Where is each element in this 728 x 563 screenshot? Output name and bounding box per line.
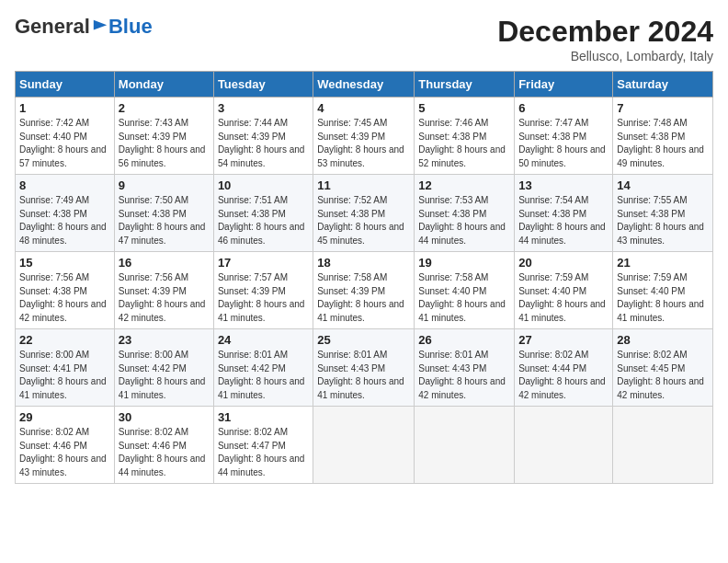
day-info: Sunrise: 7:49 AM Sunset: 4:38 PM Dayligh… bbox=[19, 194, 110, 247]
day-number: 21 bbox=[617, 256, 709, 270]
weekday-header-saturday: Saturday bbox=[613, 72, 713, 98]
location-subtitle: Bellusco, Lombardy, Italy bbox=[497, 49, 713, 63]
calendar-cell: 11 Sunrise: 7:52 AM Sunset: 4:38 PM Dayl… bbox=[313, 175, 415, 252]
day-info: Sunrise: 7:56 AM Sunset: 4:38 PM Dayligh… bbox=[19, 271, 110, 325]
calendar-cell bbox=[415, 407, 515, 484]
day-info: Sunrise: 7:58 AM Sunset: 4:40 PM Dayligh… bbox=[418, 271, 510, 325]
day-info: Sunrise: 7:48 AM Sunset: 4:38 PM Dayligh… bbox=[617, 117, 709, 170]
day-number: 3 bbox=[218, 101, 309, 115]
day-number: 23 bbox=[119, 333, 210, 347]
calendar-cell: 8 Sunrise: 7:49 AM Sunset: 4:38 PM Dayli… bbox=[16, 175, 115, 252]
day-info: Sunrise: 7:57 AM Sunset: 4:39 PM Dayligh… bbox=[218, 271, 309, 325]
calendar-week-row: 8 Sunrise: 7:49 AM Sunset: 4:38 PM Dayli… bbox=[16, 175, 713, 252]
calendar-cell: 28 Sunrise: 8:02 AM Sunset: 4:45 PM Dayl… bbox=[613, 329, 713, 407]
calendar-cell: 29 Sunrise: 8:02 AM Sunset: 4:46 PM Dayl… bbox=[16, 407, 115, 484]
day-info: Sunrise: 8:01 AM Sunset: 4:43 PM Dayligh… bbox=[317, 349, 410, 402]
month-title: December 2024 bbox=[497, 15, 713, 49]
day-number: 26 bbox=[418, 333, 510, 347]
day-number: 28 bbox=[617, 333, 709, 347]
day-info: Sunrise: 8:02 AM Sunset: 4:45 PM Dayligh… bbox=[617, 349, 709, 402]
day-info: Sunrise: 8:02 AM Sunset: 4:47 PM Dayligh… bbox=[218, 426, 309, 479]
calendar-table: SundayMondayTuesdayWednesdayThursdayFrid… bbox=[15, 71, 713, 484]
day-number: 4 bbox=[317, 101, 410, 115]
day-number: 20 bbox=[518, 256, 609, 270]
day-info: Sunrise: 7:47 AM Sunset: 4:38 PM Dayligh… bbox=[518, 117, 609, 170]
day-number: 30 bbox=[119, 410, 210, 424]
calendar-cell bbox=[515, 407, 613, 484]
logo-flag-icon bbox=[92, 18, 108, 35]
logo-blue: Blue bbox=[108, 15, 153, 39]
calendar-cell: 26 Sunrise: 8:01 AM Sunset: 4:43 PM Dayl… bbox=[415, 329, 515, 407]
calendar-cell: 4 Sunrise: 7:45 AM Sunset: 4:39 PM Dayli… bbox=[313, 98, 415, 175]
day-info: Sunrise: 7:53 AM Sunset: 4:38 PM Dayligh… bbox=[418, 194, 510, 247]
weekday-header-tuesday: Tuesday bbox=[213, 72, 313, 98]
day-number: 12 bbox=[418, 178, 510, 192]
day-info: Sunrise: 7:43 AM Sunset: 4:39 PM Dayligh… bbox=[119, 117, 210, 170]
calendar-cell: 12 Sunrise: 7:53 AM Sunset: 4:38 PM Dayl… bbox=[415, 175, 515, 252]
calendar-cell: 3 Sunrise: 7:44 AM Sunset: 4:39 PM Dayli… bbox=[213, 98, 313, 175]
weekday-header-sunday: Sunday bbox=[16, 72, 115, 98]
day-info: Sunrise: 7:58 AM Sunset: 4:39 PM Dayligh… bbox=[317, 271, 410, 325]
calendar-cell: 1 Sunrise: 7:42 AM Sunset: 4:40 PM Dayli… bbox=[16, 98, 115, 175]
calendar-week-row: 1 Sunrise: 7:42 AM Sunset: 4:40 PM Dayli… bbox=[16, 98, 713, 175]
calendar-cell: 31 Sunrise: 8:02 AM Sunset: 4:47 PM Dayl… bbox=[213, 407, 313, 484]
day-info: Sunrise: 8:01 AM Sunset: 4:43 PM Dayligh… bbox=[418, 349, 510, 402]
day-info: Sunrise: 7:46 AM Sunset: 4:38 PM Dayligh… bbox=[418, 117, 510, 170]
svg-marker-0 bbox=[94, 20, 107, 30]
day-number: 7 bbox=[617, 101, 709, 115]
title-area: December 2024 Bellusco, Lombardy, Italy bbox=[497, 15, 713, 63]
day-info: Sunrise: 7:44 AM Sunset: 4:39 PM Dayligh… bbox=[218, 117, 309, 170]
day-number: 14 bbox=[617, 178, 709, 192]
day-info: Sunrise: 7:52 AM Sunset: 4:38 PM Dayligh… bbox=[317, 194, 410, 247]
day-info: Sunrise: 7:42 AM Sunset: 4:40 PM Dayligh… bbox=[19, 117, 110, 170]
calendar-cell: 22 Sunrise: 8:00 AM Sunset: 4:41 PM Dayl… bbox=[16, 329, 115, 407]
calendar-cell: 14 Sunrise: 7:55 AM Sunset: 4:38 PM Dayl… bbox=[613, 175, 713, 252]
day-number: 29 bbox=[19, 410, 110, 424]
calendar-cell: 30 Sunrise: 8:02 AM Sunset: 4:46 PM Dayl… bbox=[114, 407, 213, 484]
calendar-cell: 15 Sunrise: 7:56 AM Sunset: 4:38 PM Dayl… bbox=[16, 252, 115, 329]
calendar-cell: 18 Sunrise: 7:58 AM Sunset: 4:39 PM Dayl… bbox=[313, 252, 415, 329]
day-info: Sunrise: 8:01 AM Sunset: 4:42 PM Dayligh… bbox=[218, 349, 309, 402]
calendar-cell bbox=[313, 407, 415, 484]
weekday-header-row: SundayMondayTuesdayWednesdayThursdayFrid… bbox=[16, 72, 713, 98]
day-info: Sunrise: 7:56 AM Sunset: 4:39 PM Dayligh… bbox=[119, 271, 210, 325]
calendar-cell: 23 Sunrise: 8:00 AM Sunset: 4:42 PM Dayl… bbox=[114, 329, 213, 407]
day-number: 13 bbox=[518, 178, 609, 192]
calendar-cell: 13 Sunrise: 7:54 AM Sunset: 4:38 PM Dayl… bbox=[515, 175, 613, 252]
day-info: Sunrise: 7:45 AM Sunset: 4:39 PM Dayligh… bbox=[317, 117, 410, 170]
calendar-cell: 6 Sunrise: 7:47 AM Sunset: 4:38 PM Dayli… bbox=[515, 98, 613, 175]
calendar-cell: 25 Sunrise: 8:01 AM Sunset: 4:43 PM Dayl… bbox=[313, 329, 415, 407]
day-number: 16 bbox=[119, 256, 210, 270]
day-info: Sunrise: 8:02 AM Sunset: 4:44 PM Dayligh… bbox=[518, 349, 609, 402]
day-number: 6 bbox=[518, 101, 609, 115]
logo-general: General bbox=[15, 15, 90, 39]
day-info: Sunrise: 7:59 AM Sunset: 4:40 PM Dayligh… bbox=[617, 271, 709, 325]
weekday-header-thursday: Thursday bbox=[415, 72, 515, 98]
calendar-cell: 10 Sunrise: 7:51 AM Sunset: 4:38 PM Dayl… bbox=[213, 175, 313, 252]
calendar-cell: 21 Sunrise: 7:59 AM Sunset: 4:40 PM Dayl… bbox=[613, 252, 713, 329]
day-number: 17 bbox=[218, 256, 309, 270]
calendar-cell: 9 Sunrise: 7:50 AM Sunset: 4:38 PM Dayli… bbox=[114, 175, 213, 252]
calendar-week-row: 15 Sunrise: 7:56 AM Sunset: 4:38 PM Dayl… bbox=[16, 252, 713, 329]
day-info: Sunrise: 7:55 AM Sunset: 4:38 PM Dayligh… bbox=[617, 194, 709, 247]
day-number: 11 bbox=[317, 178, 410, 192]
day-number: 31 bbox=[218, 410, 309, 424]
calendar-cell: 16 Sunrise: 7:56 AM Sunset: 4:39 PM Dayl… bbox=[114, 252, 213, 329]
day-number: 8 bbox=[19, 178, 110, 192]
day-number: 9 bbox=[119, 178, 210, 192]
day-info: Sunrise: 7:54 AM Sunset: 4:38 PM Dayligh… bbox=[518, 194, 609, 247]
calendar-week-row: 29 Sunrise: 8:02 AM Sunset: 4:46 PM Dayl… bbox=[16, 407, 713, 484]
day-number: 10 bbox=[218, 178, 309, 192]
day-number: 1 bbox=[19, 101, 110, 115]
calendar-week-row: 22 Sunrise: 8:00 AM Sunset: 4:41 PM Dayl… bbox=[16, 329, 713, 407]
calendar-cell: 17 Sunrise: 7:57 AM Sunset: 4:39 PM Dayl… bbox=[213, 252, 313, 329]
weekday-header-friday: Friday bbox=[515, 72, 613, 98]
day-number: 22 bbox=[19, 333, 110, 347]
calendar-cell: 24 Sunrise: 8:01 AM Sunset: 4:42 PM Dayl… bbox=[213, 329, 313, 407]
page-header: General Blue December 2024 Bellusco, Lom… bbox=[15, 15, 713, 63]
day-number: 5 bbox=[418, 101, 510, 115]
weekday-header-monday: Monday bbox=[114, 72, 213, 98]
day-number: 15 bbox=[19, 256, 110, 270]
day-info: Sunrise: 8:02 AM Sunset: 4:46 PM Dayligh… bbox=[19, 426, 110, 479]
calendar-cell: 7 Sunrise: 7:48 AM Sunset: 4:38 PM Dayli… bbox=[613, 98, 713, 175]
